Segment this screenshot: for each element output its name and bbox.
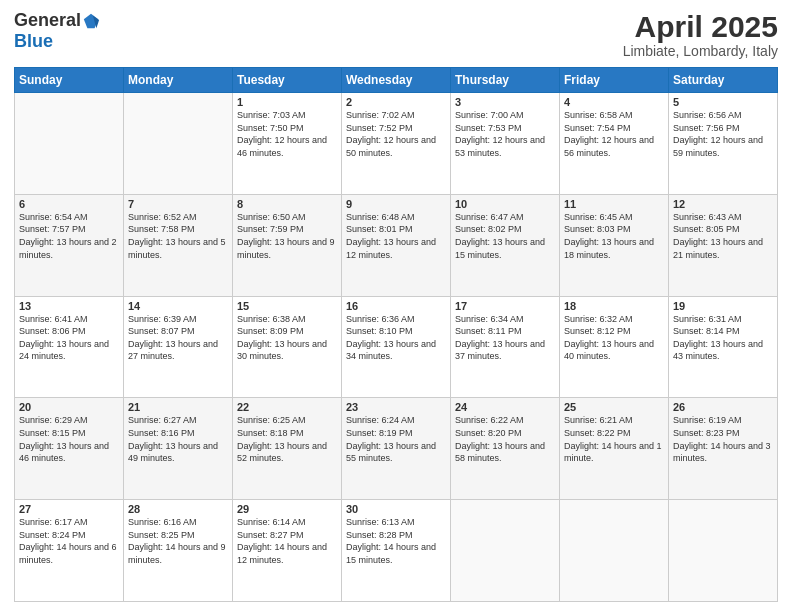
day-number: 16 [346,300,446,312]
day-info: Sunrise: 7:00 AMSunset: 7:53 PMDaylight:… [455,110,545,158]
calendar-week-2: 13Sunrise: 6:41 AMSunset: 8:06 PMDayligh… [15,296,778,398]
day-number: 13 [19,300,119,312]
calendar-week-3: 20Sunrise: 6:29 AMSunset: 8:15 PMDayligh… [15,398,778,500]
day-number: 6 [19,198,119,210]
day-info: Sunrise: 6:41 AMSunset: 8:06 PMDaylight:… [19,314,109,362]
calendar-week-0: 1Sunrise: 7:03 AMSunset: 7:50 PMDaylight… [15,93,778,195]
day-info: Sunrise: 6:22 AMSunset: 8:20 PMDaylight:… [455,415,545,463]
day-number: 18 [564,300,664,312]
table-row: 24Sunrise: 6:22 AMSunset: 8:20 PMDayligh… [451,398,560,500]
day-number: 19 [673,300,773,312]
day-info: Sunrise: 6:17 AMSunset: 8:24 PMDaylight:… [19,517,117,565]
day-info: Sunrise: 6:16 AMSunset: 8:25 PMDaylight:… [128,517,226,565]
table-row: 28Sunrise: 6:16 AMSunset: 8:25 PMDayligh… [124,500,233,602]
day-info: Sunrise: 7:02 AMSunset: 7:52 PMDaylight:… [346,110,436,158]
day-number: 17 [455,300,555,312]
table-row [451,500,560,602]
table-row: 9Sunrise: 6:48 AMSunset: 8:01 PMDaylight… [342,194,451,296]
day-number: 25 [564,401,664,413]
calendar-week-4: 27Sunrise: 6:17 AMSunset: 8:24 PMDayligh… [15,500,778,602]
day-info: Sunrise: 6:48 AMSunset: 8:01 PMDaylight:… [346,212,436,260]
day-number: 3 [455,96,555,108]
table-row: 30Sunrise: 6:13 AMSunset: 8:28 PMDayligh… [342,500,451,602]
table-row: 13Sunrise: 6:41 AMSunset: 8:06 PMDayligh… [15,296,124,398]
logo-blue: Blue [14,31,53,52]
day-number: 30 [346,503,446,515]
day-number: 1 [237,96,337,108]
day-info: Sunrise: 6:19 AMSunset: 8:23 PMDaylight:… [673,415,771,463]
table-row: 19Sunrise: 6:31 AMSunset: 8:14 PMDayligh… [669,296,778,398]
day-number: 23 [346,401,446,413]
calendar-table: Sunday Monday Tuesday Wednesday Thursday… [14,67,778,602]
table-row: 18Sunrise: 6:32 AMSunset: 8:12 PMDayligh… [560,296,669,398]
day-number: 4 [564,96,664,108]
day-number: 27 [19,503,119,515]
day-info: Sunrise: 6:25 AMSunset: 8:18 PMDaylight:… [237,415,327,463]
day-info: Sunrise: 6:24 AMSunset: 8:19 PMDaylight:… [346,415,436,463]
day-number: 22 [237,401,337,413]
title-block: April 2025 Limbiate, Lombardy, Italy [623,10,778,59]
table-row: 6Sunrise: 6:54 AMSunset: 7:57 PMDaylight… [15,194,124,296]
day-info: Sunrise: 6:29 AMSunset: 8:15 PMDaylight:… [19,415,109,463]
table-row: 14Sunrise: 6:39 AMSunset: 8:07 PMDayligh… [124,296,233,398]
day-info: Sunrise: 6:13 AMSunset: 8:28 PMDaylight:… [346,517,436,565]
table-row: 20Sunrise: 6:29 AMSunset: 8:15 PMDayligh… [15,398,124,500]
col-sunday: Sunday [15,68,124,93]
day-number: 15 [237,300,337,312]
table-row: 8Sunrise: 6:50 AMSunset: 7:59 PMDaylight… [233,194,342,296]
table-row: 25Sunrise: 6:21 AMSunset: 8:22 PMDayligh… [560,398,669,500]
table-row: 27Sunrise: 6:17 AMSunset: 8:24 PMDayligh… [15,500,124,602]
col-friday: Friday [560,68,669,93]
table-row: 7Sunrise: 6:52 AMSunset: 7:58 PMDaylight… [124,194,233,296]
col-saturday: Saturday [669,68,778,93]
table-row [669,500,778,602]
day-info: Sunrise: 6:52 AMSunset: 7:58 PMDaylight:… [128,212,226,260]
table-row: 21Sunrise: 6:27 AMSunset: 8:16 PMDayligh… [124,398,233,500]
location-title: Limbiate, Lombardy, Italy [623,43,778,59]
day-info: Sunrise: 6:27 AMSunset: 8:16 PMDaylight:… [128,415,218,463]
table-row: 17Sunrise: 6:34 AMSunset: 8:11 PMDayligh… [451,296,560,398]
calendar-week-1: 6Sunrise: 6:54 AMSunset: 7:57 PMDaylight… [15,194,778,296]
col-wednesday: Wednesday [342,68,451,93]
day-info: Sunrise: 6:39 AMSunset: 8:07 PMDaylight:… [128,314,218,362]
logo-general: General [14,10,81,31]
col-thursday: Thursday [451,68,560,93]
day-info: Sunrise: 6:58 AMSunset: 7:54 PMDaylight:… [564,110,654,158]
day-info: Sunrise: 6:47 AMSunset: 8:02 PMDaylight:… [455,212,545,260]
table-row: 2Sunrise: 7:02 AMSunset: 7:52 PMDaylight… [342,93,451,195]
day-number: 20 [19,401,119,413]
month-title: April 2025 [623,10,778,43]
table-row: 26Sunrise: 6:19 AMSunset: 8:23 PMDayligh… [669,398,778,500]
day-number: 29 [237,503,337,515]
table-row: 10Sunrise: 6:47 AMSunset: 8:02 PMDayligh… [451,194,560,296]
day-info: Sunrise: 6:14 AMSunset: 8:27 PMDaylight:… [237,517,327,565]
day-number: 28 [128,503,228,515]
header: General Blue April 2025 Limbiate, Lombar… [14,10,778,59]
table-row: 22Sunrise: 6:25 AMSunset: 8:18 PMDayligh… [233,398,342,500]
day-number: 14 [128,300,228,312]
day-number: 26 [673,401,773,413]
day-info: Sunrise: 6:56 AMSunset: 7:56 PMDaylight:… [673,110,763,158]
day-info: Sunrise: 6:34 AMSunset: 8:11 PMDaylight:… [455,314,545,362]
table-row [15,93,124,195]
day-number: 24 [455,401,555,413]
day-info: Sunrise: 6:50 AMSunset: 7:59 PMDaylight:… [237,212,335,260]
day-info: Sunrise: 6:21 AMSunset: 8:22 PMDaylight:… [564,415,662,463]
table-row [124,93,233,195]
day-number: 2 [346,96,446,108]
day-info: Sunrise: 6:38 AMSunset: 8:09 PMDaylight:… [237,314,327,362]
day-info: Sunrise: 6:45 AMSunset: 8:03 PMDaylight:… [564,212,654,260]
day-info: Sunrise: 6:54 AMSunset: 7:57 PMDaylight:… [19,212,117,260]
day-number: 12 [673,198,773,210]
day-info: Sunrise: 6:31 AMSunset: 8:14 PMDaylight:… [673,314,763,362]
table-row: 15Sunrise: 6:38 AMSunset: 8:09 PMDayligh… [233,296,342,398]
day-number: 9 [346,198,446,210]
table-row: 3Sunrise: 7:00 AMSunset: 7:53 PMDaylight… [451,93,560,195]
day-info: Sunrise: 6:32 AMSunset: 8:12 PMDaylight:… [564,314,654,362]
table-row: 23Sunrise: 6:24 AMSunset: 8:19 PMDayligh… [342,398,451,500]
table-row: 11Sunrise: 6:45 AMSunset: 8:03 PMDayligh… [560,194,669,296]
logo: General Blue [14,10,100,52]
day-number: 10 [455,198,555,210]
calendar-header-row: Sunday Monday Tuesday Wednesday Thursday… [15,68,778,93]
table-row: 12Sunrise: 6:43 AMSunset: 8:05 PMDayligh… [669,194,778,296]
